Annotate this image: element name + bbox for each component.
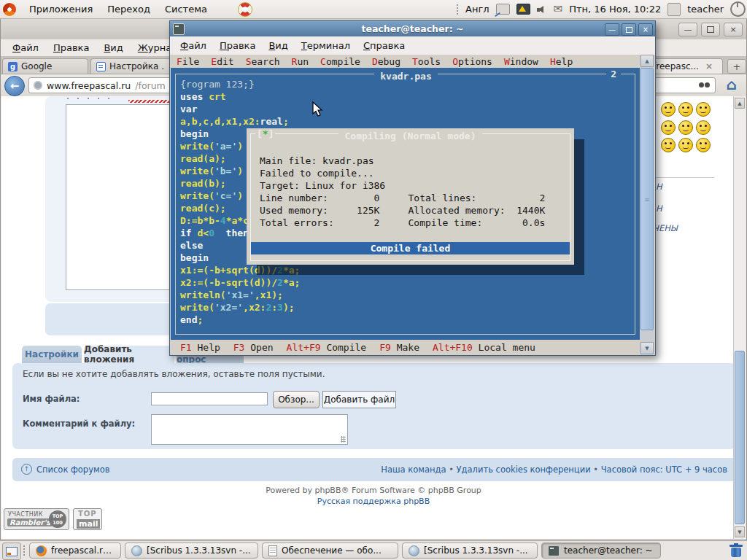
panel-menu-переход[interactable]: Переход <box>100 1 158 17</box>
ide-menu-edit[interactable]: Edit <box>205 56 239 67</box>
browse-button[interactable]: Обзор... <box>273 391 320 408</box>
russian-support-link[interactable]: Русская поддержка phpBB <box>1 497 746 506</box>
smiley-sad-icon[interactable] <box>661 120 676 135</box>
ide-menu-window[interactable]: Window <box>498 56 544 67</box>
power-icon[interactable] <box>730 1 746 17</box>
terminal-scrollbar[interactable]: ▲ ≡ ▼ <box>640 55 654 354</box>
new-tab-button[interactable]: + <box>727 59 746 74</box>
smiley-idea-icon[interactable] <box>661 138 676 152</box>
tab-google[interactable]: g Google <box>2 58 88 74</box>
taskbar-button[interactable]: [Scribus 1.3.3.13svn -... <box>125 542 258 559</box>
browser-scrollbar[interactable]: ▲ ▼ <box>733 96 746 539</box>
ide-menu-run[interactable]: Run <box>286 56 314 67</box>
minimize-button[interactable]: — <box>605 23 619 36</box>
scroll-down-icon[interactable]: ▼ <box>735 526 745 537</box>
fkey-f9[interactable]: F9 Make <box>379 342 419 353</box>
tab-close-icon[interactable]: × <box>705 61 713 71</box>
tab-freepascal[interactable]: freepasc... × <box>647 58 723 74</box>
ide-menu-tools[interactable]: Tools <box>406 56 446 67</box>
close-button[interactable]: × <box>638 23 653 36</box>
footer-link[interactable]: Часовой пояс: UTC + 9 часов <box>601 464 727 475</box>
smiley-shocked-icon[interactable] <box>661 102 676 117</box>
smiley-twisted-icon[interactable] <box>696 120 711 135</box>
taskbar-button[interactable]: Обеспечение — обо... <box>262 542 398 559</box>
taskbar-button[interactable]: [Scribus 1.3.3.13svn -... <box>402 542 538 559</box>
show-desktop-button[interactable] <box>2 542 21 560</box>
rambler-top100-badge[interactable]: УЧАСТНИК Rambler's TOP100 <box>4 508 69 530</box>
firefox-launcher-icon[interactable] <box>219 2 233 17</box>
top-mail-badge[interactable]: TOP mail <box>73 508 102 530</box>
tasklist-handle[interactable] <box>23 545 26 557</box>
dialog-close-icon[interactable]: [*] <box>255 128 275 139</box>
maximize-button[interactable] <box>701 23 720 36</box>
compile-failed-button[interactable]: Compile failed <box>251 242 570 254</box>
mouse-cursor <box>312 101 324 117</box>
fkey-alt+f9[interactable]: Alt+F9 Compile <box>287 342 367 353</box>
menu-вид[interactable]: Вид <box>262 39 294 52</box>
footer-link[interactable]: Удалить cookies конференции <box>457 464 591 475</box>
layout-preview-icon[interactable] <box>496 4 510 15</box>
user-switcher-icon[interactable] <box>667 3 681 16</box>
menu-файл[interactable]: Файл <box>174 39 213 52</box>
menu-правка[interactable]: Правка <box>213 39 262 52</box>
ide-menu-search[interactable]: Search <box>240 56 286 67</box>
home-button[interactable]: ⌂ <box>722 75 741 94</box>
tab-add-attachments[interactable]: Добавить вложения <box>84 346 174 363</box>
scrollbar-thumb[interactable] <box>735 351 745 524</box>
smiley-neutral-icon[interactable] <box>696 138 711 152</box>
fkey-f3[interactable]: F3 Open <box>233 342 274 353</box>
tab-settings[interactable]: Настройки <box>22 346 82 363</box>
search-binoculars-icon <box>699 82 711 88</box>
close-button[interactable]: × <box>724 23 743 36</box>
scroll-down-icon[interactable]: ▼ <box>640 342 654 354</box>
board-index-link[interactable]: Список форумов <box>36 464 109 475</box>
smiley-arrow-icon[interactable] <box>678 138 693 152</box>
user-name[interactable]: teacher <box>687 4 724 15</box>
display-warning-icon[interactable] <box>516 4 530 15</box>
smiley-evil-icon[interactable] <box>678 120 693 135</box>
ide-menu-help[interactable]: Help <box>544 56 578 67</box>
footer-link[interactable]: Наша команда <box>381 464 446 475</box>
panel-menu-приложения[interactable]: Приложения <box>22 1 100 17</box>
menu-справка[interactable]: Справка <box>357 39 411 52</box>
maximize-button[interactable] <box>622 23 636 36</box>
minimize-button[interactable]: — <box>678 23 697 36</box>
clock[interactable]: Птн, 16 Ноя, 10:22 <box>569 4 661 15</box>
ide-menu-compile[interactable]: Compile <box>314 56 366 67</box>
back-button[interactable]: ← <box>4 76 25 96</box>
volume-icon[interactable] <box>537 6 544 13</box>
tab-nastroyka[interactable]: Настройка . <box>90 58 171 74</box>
desktop: — × ФайлПравкаВидЖурнал g Google Настрой… <box>0 0 747 560</box>
ide-editor[interactable]: kvadr.pas 2 {rogram 123;}uses crtvara,b,… <box>171 68 641 341</box>
file-comment-textarea[interactable] <box>151 414 348 445</box>
file-name-input[interactable] <box>151 392 268 405</box>
terminal-titlebar[interactable]: teacher@teacher: ~ — × <box>170 21 655 36</box>
menu-терминал[interactable]: Терминал <box>295 39 357 52</box>
scrollbar-thumb[interactable]: ≡ <box>640 68 654 330</box>
menu-вид[interactable]: Вид <box>96 41 130 55</box>
scroll-up-icon[interactable]: ▲ <box>640 55 654 67</box>
panel-menu-система[interactable]: Система <box>158 1 214 17</box>
smiley-smile-icon[interactable] <box>678 102 693 117</box>
trash-icon[interactable] <box>729 543 743 558</box>
keyboard-layout-indicator[interactable]: Англ <box>465 4 489 15</box>
taskbar-button[interactable]: teacher@teacher: ~ <box>541 542 661 559</box>
smiley-cool-icon[interactable] <box>696 102 711 117</box>
fkey-f1[interactable]: F1 Help <box>180 342 220 353</box>
taskbar-button[interactable]: freepascal.ru • Нова... <box>29 542 121 559</box>
mail-icon[interactable]: ✉ <box>554 4 563 15</box>
ide-menu-file[interactable]: File <box>171 56 205 67</box>
fkey-alt+f10[interactable]: Alt+F10 Local menu <box>433 342 535 353</box>
ide-menu-options[interactable]: Options <box>446 56 498 67</box>
scroll-up-icon[interactable]: ▲ <box>735 98 745 109</box>
applet-handle[interactable] <box>456 4 459 15</box>
ide-menu-debug[interactable]: Debug <box>366 56 406 67</box>
resize-grip-icon[interactable] <box>341 436 346 443</box>
menu-файл[interactable]: Файл <box>5 41 46 55</box>
menu-правка[interactable]: Правка <box>46 41 96 55</box>
help-lifebuoy-icon[interactable] <box>238 2 252 17</box>
taskbar-button-label: [Scribus 1.3.3.13svn -... <box>147 545 251 556</box>
ubuntu-logo-icon[interactable] <box>3 3 16 16</box>
tab-label: freepasc... <box>653 61 699 71</box>
add-file-button[interactable]: Добавить файл <box>322 391 396 408</box>
